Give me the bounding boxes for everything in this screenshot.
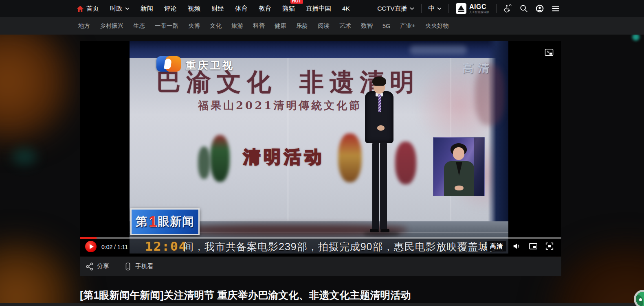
video-player[interactable]: 巴渝文化 非遗清明 福果山2021清明傳統文化節 清明活动 [80,41,561,256]
quality-button[interactable]: 高清 [487,241,506,251]
play-button[interactable] [85,241,97,252]
aigc-text: AIGC 人工智能编辑部 [469,4,489,14]
aigc-logo[interactable]: AIGC 人工智能编辑部 [456,3,489,14]
channel-logo-text: 重庆卫视 [186,59,235,72]
chevron-down-icon [410,7,414,10]
user-icon[interactable] [535,4,544,13]
subnav-item-shengtai[interactable]: 生态 [133,22,145,30]
widget-graphic [634,295,643,306]
nav-home-label: 首页 [86,4,99,13]
news-logo-digit: 1 [149,213,157,230]
nav-item-xinwen[interactable]: 新闻 [141,4,153,13]
news-logo-text: 眼新闻 [158,214,194,230]
opera-figure [395,142,416,184]
subnav-item-5g[interactable]: 5G [382,23,390,29]
video-frame[interactable]: 巴渝文化 非遗清明 福果山2021清明傳統文化節 清明活动 [130,41,508,254]
top-nav-right: CCTV直播 中 AIGC 人工智能编辑部 [370,3,560,14]
subnav-item-yidaiyilu[interactable]: 一带一路 [155,22,178,30]
hot-badge: HOT [290,0,303,4]
studio-top-glow [410,46,467,55]
anchor-tie [378,94,381,112]
subnav-item-yangyanghaowu[interactable]: 央央好物 [425,22,449,30]
nav-separator [370,4,370,13]
share-button[interactable]: 分享 [86,262,109,271]
nav-item-xiongmao[interactable]: 熊猫 HOT [282,4,295,13]
aigc-icon [456,3,466,14]
subnav-item-yangbo[interactable]: 央博 [188,22,200,30]
subnav-item-leling[interactable]: 乐龄 [296,22,308,30]
language-selector[interactable]: 中 [429,4,442,13]
news-program-logo: 第 1 眼新闻 [130,208,200,235]
nav-item-shizheng[interactable]: 时政 [110,4,130,13]
nav-item-zhibozhongguo[interactable]: 直播中国 [306,4,331,13]
subnav-item-lvyou[interactable]: 旅游 [231,22,243,30]
subnav-item-chanye[interactable]: 产业+ [400,22,415,30]
mini-player-icon[interactable] [545,48,554,57]
anchor-leg [380,142,387,230]
nav-item-tiyu[interactable]: 体育 [235,4,248,13]
video-page-title: [第1眼新闻午新闻]关注清明节 重庆举办巴渝文化、非遗文化主题清明活动 [80,289,569,302]
nav-separator [496,4,497,13]
nav-label: 新闻 [141,4,153,13]
bottom-strip [0,303,644,306]
nav-label: CCTV直播 [377,4,407,13]
opera-figure [210,135,230,182]
share-label: 分享 [97,262,109,270]
nav-item-4k[interactable]: 4K [342,5,350,12]
progress-played [80,237,97,239]
decor-blob-right [615,134,644,216]
mobile-phone-icon [124,262,132,271]
nav-label: 直播中国 [306,4,331,13]
fullscreen-icon[interactable] [545,242,554,251]
opera-figure [338,133,362,182]
hd-watermark: 高清 [463,61,494,76]
mobile-watch-button[interactable]: 手机看 [124,262,154,271]
decor-blob-topleft [0,20,77,142]
aigc-title: AIGC [469,4,489,10]
subnav-item-difang[interactable]: 地方 [78,22,90,30]
nav-label: 4K [342,5,350,12]
volume-icon[interactable] [512,242,521,251]
anchor-shoe [380,229,389,232]
mobile-watch-label: 手机看 [135,262,154,270]
subnav-item-yishu[interactable]: 艺术 [339,22,351,30]
nav-label: 财经 [211,4,224,13]
time-display: 0:02 / 1:11 [101,244,128,250]
progress-bar[interactable] [80,237,561,239]
interpreter-face [453,147,464,160]
nav-label: 体育 [235,4,248,13]
picture-in-picture-icon[interactable] [529,242,538,251]
nav-label: 教育 [259,4,271,13]
nav-item-pinglun[interactable]: 评论 [164,4,177,13]
nav-home[interactable]: 首页 [77,4,99,13]
accessibility-icon[interactable] [503,4,512,13]
banner-subtitle: 福果山2021清明傳統文化節 [198,98,362,113]
nav-item-jiaoyu[interactable]: 教育 [259,4,271,13]
broadcast-clock: 12:04 [145,239,187,254]
top-nav-left: 首页 时政 新闻 评论 视频 财经 体育 教育 熊猫 HOT 直播中国 4K [77,4,350,13]
chevron-down-icon [125,7,130,10]
nav-label: 视频 [188,4,200,13]
nav-item-shipin[interactable]: 视频 [188,4,200,13]
stage-caption: 清明活动 [243,146,325,168]
play-icon [90,244,94,249]
subnav-item-kepu[interactable]: 科普 [253,22,265,30]
top-nav: 首页 时政 新闻 评论 视频 财经 体育 教育 熊猫 HOT 直播中国 4K C… [0,0,644,17]
anchor-leg [372,142,379,230]
news-logo-text: 第 [136,214,148,230]
subnav-item-shuzhi[interactable]: 数智 [361,22,373,30]
subnav-item-jiankang[interactable]: 健康 [275,22,286,30]
nav-cctv-live[interactable]: CCTV直播 [377,4,414,13]
search-icon[interactable] [519,4,528,13]
subnav-item-yuedu[interactable]: 阅读 [318,22,330,30]
subnav-item-xiangcunzhenxing[interactable]: 乡村振兴 [100,22,123,30]
subnav-item-wenhua[interactable]: 文化 [210,22,222,30]
decor-blob-left [12,149,37,165]
menu-icon[interactable] [551,4,560,13]
anchor-shoe [370,229,379,232]
nav-item-caijing[interactable]: 财经 [211,4,224,13]
nav-separator [448,4,449,13]
nav-label: 时政 [110,4,123,13]
interpreter-hands [455,186,464,190]
floating-widget-button[interactable] [634,290,644,306]
